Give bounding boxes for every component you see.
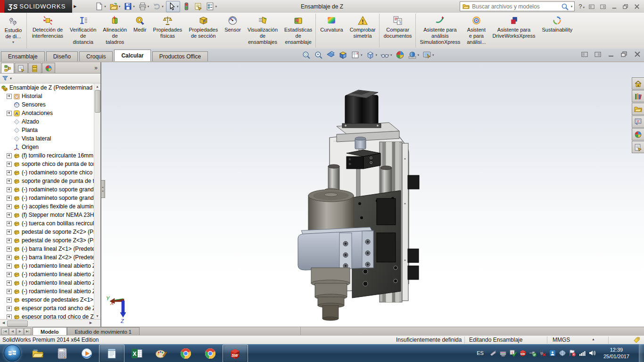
tree-item[interactable]: espesor porta rod chico de Z< [0,313,94,319]
window-button[interactable] [600,4,606,9]
expand-box[interactable] [7,204,12,209]
tree-item[interactable]: Historial [0,92,94,100]
tray-icon[interactable] [529,349,537,357]
tray-icon[interactable] [489,349,497,357]
model-spindle-clamp[interactable] [298,227,373,270]
toolbar-button[interactable] [151,1,165,12]
tree-item[interactable]: (-) rodamineto soporte chico [0,168,94,177]
show-desktop-button[interactable] [639,344,644,362]
taskbar-item[interactable] [25,345,50,362]
model-stepper-motor[interactable] [342,90,381,128]
tree-item[interactable]: Origen [0,143,94,151]
expand-box[interactable] [7,94,12,99]
tray-icon[interactable] [578,349,586,357]
view-tool-button[interactable] [338,50,348,60]
search-icon[interactable] [561,3,569,10]
tree-item[interactable]: (-) tuerca con bolillas recircul [0,219,94,228]
toolbar-button[interactable] [166,1,181,12]
tree-item[interactable]: Planta [0,126,94,134]
taskbar-item[interactable] [74,345,99,362]
tree-item[interactable]: Sensores [0,100,94,109]
tree-item[interactable]: (-) rodamiento lineal abierto Z [0,262,94,270]
tree-item[interactable]: Alzado [0,117,94,126]
expand-box[interactable] [7,255,12,260]
language-indicator[interactable]: ES [474,350,487,356]
ribbon-button[interactable]: Sustainability [538,14,576,48]
view-tool-button[interactable] [313,50,324,60]
expand-box[interactable] [7,221,12,226]
model-spindle-nose[interactable] [311,268,350,321]
tree-item[interactable]: (-) rodamineto soporte grand [0,194,94,202]
tree-vertical-scrollbar[interactable]: ▲ ▼ [94,83,100,319]
tray-icon[interactable] [549,349,556,357]
expand-box[interactable] [7,280,12,286]
command-tab[interactable]: Croquis [79,51,113,61]
bottom-tab[interactable]: Estudio de movimiento 1 [67,327,140,336]
graphics-viewport[interactable]: Y X Z ◂◂ [101,62,644,327]
view-tool-button[interactable] [365,50,379,60]
tree-item[interactable]: (-) rodamiento lineal abierto Z [0,270,94,279]
tree-item[interactable]: espesor porta rod ancho de Z [0,304,94,313]
expand-box[interactable] [7,196,12,201]
search-dropdown-arrow[interactable]: ▾ [571,5,573,8]
taskbar-item[interactable] [173,345,198,362]
task-pane-button[interactable] [632,141,644,153]
window-button[interactable] [622,4,629,9]
expand-box[interactable] [7,213,12,218]
prev-tab-button[interactable]: ◀ [9,328,16,335]
bottom-tab[interactable]: Modelo [33,327,67,336]
expand-box[interactable] [7,289,12,294]
tree-root-item[interactable]: Ensamblaje de Z (Predeterminad [0,83,94,92]
doc-window-button[interactable] [581,51,588,58]
tree-item[interactable]: (-) acoples flexible de alumini [0,202,94,211]
ribbon-button[interactable]: Visualización de ensamblajes [244,14,281,48]
scrollbar-thumb[interactable] [95,90,100,113]
tree-item[interactable]: (-) rodamiento lineal abierto Z [0,287,94,296]
taskbar-item[interactable] [198,345,223,362]
toolbar-button[interactable] [205,1,218,12]
last-tab-button[interactable]: ▶| [24,328,31,335]
expand-box[interactable] [7,187,12,192]
expand-box[interactable] [7,111,12,116]
panel-tab[interactable] [1,63,14,73]
units-dropdown-arrow[interactable]: ▲ [592,337,595,341]
model-mount-tabs[interactable] [408,175,419,280]
toolbar-button[interactable] [123,1,136,12]
view-tool-button[interactable] [395,50,405,60]
search-input[interactable] [471,3,559,10]
toolbar-button[interactable] [181,1,192,12]
ribbon-button[interactable]: Propiedades físicas [150,14,186,48]
tree-item[interactable]: (f) tornillo recirculante 16mm [0,151,94,160]
ribbon-button[interactable]: Alineación de taladros [99,14,130,48]
scrollbar-thumb[interactable] [7,321,28,327]
expand-box[interactable] [7,153,12,158]
tree-horizontal-scrollbar[interactable]: ◀ ▶ [0,319,100,327]
tag-icon[interactable] [633,337,640,344]
tray-icon[interactable] [569,349,576,357]
window-button[interactable] [588,4,595,9]
toolbar-button[interactable] [94,1,107,12]
taskbar-item[interactable] [149,345,173,362]
ribbon-button[interactable]: ? Comparar documentos [380,14,416,48]
tree-item[interactable]: (f) Stepper motor NEMA 23HS [0,211,94,219]
expand-box[interactable] [7,238,12,243]
expand-box[interactable] [7,272,12,277]
scroll-left-arrow[interactable]: ◀ [0,320,7,326]
doc-window-button[interactable] [607,51,615,58]
command-tab[interactable]: Diseño [46,51,78,61]
view-tool-button[interactable] [325,50,336,60]
view-tool-button[interactable] [380,50,393,60]
expand-box[interactable] [7,297,12,303]
panel-splitter-handle[interactable]: ◂◂ [101,180,105,198]
tree-item[interactable]: soporte grande de punta de t [0,177,94,185]
ribbon-button[interactable]: Propiedades de sección [185,14,221,48]
window-button[interactable] [611,4,618,9]
tray-icon[interactable] [499,349,507,357]
task-pane-button[interactable] [632,128,644,140]
tree-item[interactable]: (-) barra lineal Z<1> (Predete [0,245,94,253]
tree-item[interactable]: A Anotaciones [0,109,94,117]
tree-item[interactable]: pedestal de soporte Z<3> (Pr [0,236,94,245]
next-tab-button[interactable]: ▶ [17,328,24,335]
ribbon-button[interactable]: Asistente para análisis SimulationXpress [417,14,464,48]
tray-icon[interactable] [559,349,566,357]
